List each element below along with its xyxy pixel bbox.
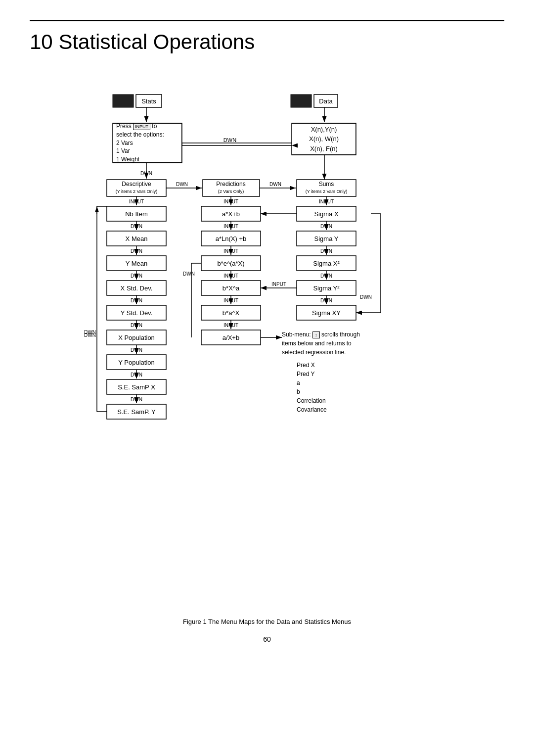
option-2vars: 2 Vars [116,139,133,147]
svg-text:DWN: DWN [131,323,142,328]
svg-text:INPUT: INPUT [223,323,238,328]
svg-rect-56 [107,330,166,345]
svg-text:Sigma XY: Sigma XY [312,309,341,317]
svg-text:DWN: DWN [131,273,142,279]
svg-text:INPUT: INPUT [223,224,238,229]
chapter-title: 10 Statistical Operations [30,30,504,54]
svg-text:Sums: Sums [319,181,334,188]
svg-text:DWN: DWN [131,298,142,303]
xn-yn-line1: X(n),Y(n) X(n), W(n) X(n), F(n) [309,125,339,154]
svg-text:INPUT: INPUT [223,248,238,254]
svg-rect-6 [314,94,338,107]
press-input-box: Press INPUT to select the options: 2 Var… [113,123,182,163]
svg-rect-64 [107,379,166,394]
svg-text:DWN: DWN [131,224,142,229]
svg-text:DWN: DWN [320,224,332,229]
sub-menu-text: Sub-menu: ↕ scrolls throughitems below a… [282,330,440,357]
page-number: 60 [0,635,534,643]
svg-text:DWN: DWN [360,294,372,300]
sub-menu-items: Pred XPred YabCorrelationCovariance [297,361,440,414]
svg-text:X Mean: X Mean [126,235,148,242]
svg-text:DWN: DWN [140,171,152,176]
svg-text:X Std. Dev.: X Std. Dev. [121,284,153,292]
svg-text:S.E. SamP X: S.E. SamP X [118,383,155,391]
svg-text:(2 Vars Only): (2 Vars Only) [218,189,244,194]
xn-yn-box: X(n),Y(n) X(n), W(n) X(n), F(n) [292,123,356,155]
press-text: Press INPUT to [116,122,157,131]
svg-text:a*X+b: a*X+b [222,210,240,218]
svg-rect-16 [107,180,166,196]
top-rule [30,20,504,21]
svg-rect-101 [297,231,356,246]
svg-text:DWN: DWN [84,332,96,338]
svg-text:Sigma X²: Sigma X² [313,260,340,267]
svg-rect-51 [107,305,166,320]
svg-text:DWN: DWN [131,248,142,254]
svg-rect-2 [113,94,134,107]
svg-text:b*a^X: b*a^X [222,309,240,317]
svg-text:DWN: DWN [84,330,96,335]
option-1var: 1 Var [116,147,130,155]
svg-rect-87 [201,281,261,295]
svg-rect-39 [107,231,166,246]
svg-rect-91 [201,305,261,320]
svg-rect-109 [297,281,356,295]
svg-text:Y Std. Dev.: Y Std. Dev. [121,309,153,317]
svg-text:DWN: DWN [131,397,142,402]
svg-text:b*e^(a*X): b*e^(a*X) [217,260,244,267]
svg-text:Y Population: Y Population [118,359,155,366]
svg-text:a*Ln(X) +b: a*Ln(X) +b [216,235,247,242]
svg-text:INPUT: INPUT [271,282,286,287]
svg-rect-114 [297,305,356,320]
svg-rect-35 [107,206,166,221]
svg-marker-124 [95,206,99,212]
figure-caption: Figure 1 The Menu Maps for the Data and … [0,618,534,625]
svg-text:INPUT: INPUT [223,273,238,279]
svg-rect-21 [203,180,260,196]
svg-rect-78 [201,231,261,246]
svg-rect-3 [136,94,162,107]
svg-text:X Population: X Population [118,334,155,341]
svg-text:DWN: DWN [176,182,188,187]
svg-text:Predictions: Predictions [216,181,245,188]
svg-rect-43 [107,256,166,271]
svg-text:INPUT: INPUT [129,199,144,204]
diagram-container: Stats Data DWN DWN Descriptive (Y items … [54,69,480,613]
svg-text:Nb Item: Nb Item [125,210,148,218]
svg-text:DWN: DWN [131,347,142,353]
svg-text:a/X+b: a/X+b [222,334,239,341]
svg-text:(Y items 2 Vars Only): (Y items 2 Vars Only) [116,189,158,194]
svg-rect-60 [107,355,166,370]
svg-text:Y Mean: Y Mean [126,260,148,267]
svg-rect-73 [201,206,261,221]
svg-rect-26 [297,180,356,196]
svg-rect-97 [297,206,356,221]
svg-text:INPUT: INPUT [223,298,238,303]
svg-text:DWN: DWN [269,182,281,187]
option-1weight: 1 Weight [116,155,139,164]
svg-text:INPUT: INPUT [319,199,334,204]
svg-text:INPUT: INPUT [223,199,238,204]
svg-rect-5 [291,94,312,107]
svg-text:Sigma Y: Sigma Y [314,235,339,242]
svg-rect-82 [201,256,261,271]
svg-text:Stats: Stats [141,97,156,105]
svg-text:Data: Data [319,97,333,105]
select-options: select the options: [116,131,164,139]
svg-text:Sigma Y²: Sigma Y² [313,284,340,292]
svg-text:DWN: DWN [320,248,332,254]
svg-text:DWN: DWN [131,372,142,378]
svg-rect-95 [201,330,261,345]
svg-rect-47 [107,281,166,295]
svg-text:(Y items 2 Vars Only): (Y items 2 Vars Only) [306,189,348,194]
svg-text:DWN: DWN [320,273,332,279]
svg-text:b*X^a: b*X^a [222,284,240,292]
svg-text:DWN: DWN [223,137,236,143]
sub-menu-box: Sub-menu: ↕ scrolls throughitems below a… [282,330,440,414]
svg-rect-105 [297,256,356,271]
svg-text:S.E. SamP. Y: S.E. SamP. Y [117,408,156,416]
svg-text:Sigma X: Sigma X [314,210,338,218]
svg-text:Descriptive: Descriptive [122,181,151,188]
svg-rect-68 [107,404,166,419]
svg-text:DWN: DWN [320,298,332,303]
